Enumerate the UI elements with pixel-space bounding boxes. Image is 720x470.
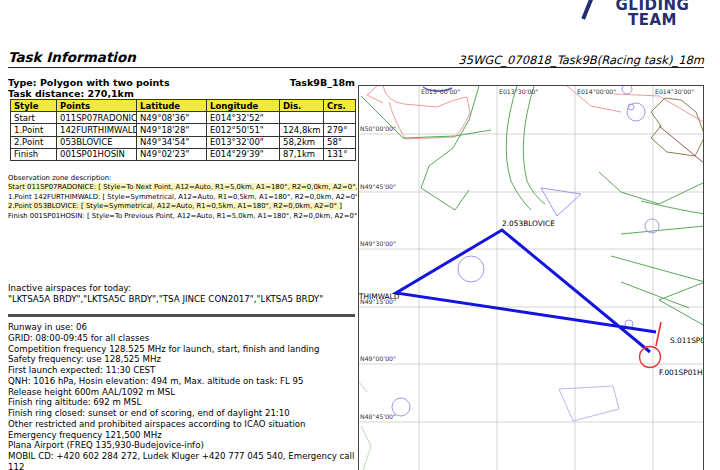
cell-crs: 58° <box>324 136 356 148</box>
briefing-qnh: QNH: 1016 hPa, Hosin elevation: 494 m, M… <box>8 376 357 387</box>
lat-label: N49°00'00" <box>360 355 396 362</box>
table-row: 1.Point 142FURTHIMWALD N49°18'28" E012°5… <box>11 124 356 136</box>
lon-label: E013°30'00" <box>499 88 538 95</box>
briefing-grid: GRID: 08:00-09:45 for all classes <box>8 333 357 344</box>
cell-lat: N49°34'54" <box>137 136 207 148</box>
briefing-other-airspaces: Other restricted and prohibited airspace… <box>8 419 357 430</box>
briefing-runway: Runway in use: 06 <box>8 322 357 333</box>
briefing-first-launch: First launch expected: 11:30 CEST <box>8 365 357 376</box>
cell-crs: 131° <box>324 148 356 160</box>
inactive-airspaces-title: Inactive airspaces for today: <box>8 283 355 294</box>
airspace-green-southeast-outline <box>611 226 704 326</box>
airspace-overlays <box>359 86 704 470</box>
table-row: Start 011SP07RADONICE N49°08'36" E014°32… <box>11 112 356 124</box>
obs-line-point1: 1.Point 142FURTHIMWALD: [ Style=Symmetri… <box>8 193 357 202</box>
cell-point: 142FURTHIMWALD <box>57 124 137 136</box>
obs-line-finish: Finish 001SP01HOSIN: [ Style=To Previous… <box>8 212 357 221</box>
task-map: E013°00'00" E013°30'00" E014°00'00" E014… <box>358 85 704 470</box>
waypoint-label-finish: F.001SP01HOS <box>659 368 704 377</box>
turnpoint-table: Style Points Latitude Longitude Dis. Crs… <box>10 99 356 161</box>
col-latitude: Latitude <box>137 100 207 112</box>
briefing-plana-airport: Plana Airport (FREQ 135,930-Budejovice-i… <box>8 440 357 451</box>
task-type-row: Type: Polygon with two points Task9B_18m <box>8 77 355 88</box>
obs-line-point2: 2.Point 053BLOVICE: [ Style=Symmetrical,… <box>8 202 357 211</box>
table-row: 2.Point 053BLOVICE N49°34'54" E013°32'00… <box>11 136 356 148</box>
col-crs: Crs. <box>324 100 356 112</box>
waypoint-label-furthimwald: THIMWALD <box>359 292 400 301</box>
airspace-green-center-outline <box>421 86 479 210</box>
airspace-green-band-outline <box>506 86 545 210</box>
cell-lat: N49°18'28" <box>137 124 207 136</box>
cell-point: 011SP07RADONICE <box>57 112 137 124</box>
logo-slash-icon <box>581 0 594 20</box>
task-type-label: Type: Polygon with two points <box>8 77 170 88</box>
airspace-violet-quad-outline <box>559 386 619 421</box>
lat-label: N48°45'00" <box>360 413 396 420</box>
airspace-brown-diagonal <box>659 126 704 164</box>
briefing-finish-ring-closed: Finish ring closed: sunset or end of sco… <box>8 408 357 419</box>
map-graticule <box>359 86 704 470</box>
cell-dis: 124,8km <box>280 124 324 136</box>
cell-lon: E013°32'00" <box>207 136 280 148</box>
lat-label: N50°00'00" <box>360 125 396 132</box>
task-name: Task9B_18m <box>290 77 355 88</box>
waypoint-label-blovice: 2.053BLOVICE <box>502 219 555 228</box>
col-points: Points <box>57 100 137 112</box>
cell-point: 001SP01HOSIN <box>57 148 137 160</box>
table-row: Finish 001SP01HOSIN N49°02'23" E014°29'3… <box>11 148 356 160</box>
col-style: Style <box>11 100 57 112</box>
task-sheet-page: GLIDING TEAM Task Information 35WGC_0708… <box>0 0 720 470</box>
logo-text-team: TEAM <box>600 11 705 29</box>
cell-style: Start <box>11 112 57 124</box>
briefing-safety-frequency: Safety frequency: use 128,525 MHz <box>8 354 357 365</box>
cell-crs <box>324 112 356 124</box>
cell-lon: E014°32'52" <box>207 112 280 124</box>
lat-label: N49°30'00" <box>360 240 396 247</box>
inactive-airspaces-list: "LKTSA5A BRDY","LKTSA5C BRDY","TSA JINCE… <box>8 294 355 305</box>
airspace-green-east-outline <box>599 172 704 214</box>
lon-label: E013°00'00" <box>421 88 460 95</box>
inactive-airspaces-section: Inactive airspaces for today: "LKTSA5A B… <box>8 283 355 304</box>
cell-lon: E014°29'39" <box>207 148 280 160</box>
table-header-row: Style Points Latitude Longitude Dis. Crs… <box>11 100 356 112</box>
section-divider <box>8 314 355 317</box>
cell-style: 2.Point <box>11 136 57 148</box>
document-title: 35WGC_070818_Task9B(Racing task)_18m <box>340 53 704 67</box>
lat-label: N49°45'00" <box>360 183 396 190</box>
obs-line-start: Start 011SP07RADONICE: [ Style=To Next P… <box>8 183 357 192</box>
gliding-team-logo: GLIDING TEAM <box>570 0 710 36</box>
cell-dis: 87,1km <box>280 148 324 160</box>
observation-zone-title: Observation zone description: <box>8 174 357 183</box>
task-legs <box>396 230 656 352</box>
airspace-green-pale-outline <box>359 382 371 470</box>
cell-lat: N49°02'23" <box>137 148 207 160</box>
lon-label: E014°00'00" <box>577 88 616 95</box>
briefing-mobil-cd: MOBIL CD: +420 602 284 272, Ludek Kluger… <box>8 451 357 462</box>
observation-zone-section: Observation zone description: Start 011S… <box>8 174 357 221</box>
cell-dis: 58,2km <box>280 136 324 148</box>
briefing-release-height: Release height 600m AAL/1092 m MSL <box>8 387 357 398</box>
page-title: Task Information <box>8 49 136 65</box>
task-distance-label: Task distance: 270,1km <box>8 88 134 99</box>
briefing-section: Runway in use: 06 GRID: 08:00-09:45 for … <box>8 322 357 470</box>
cell-style: Finish <box>11 148 57 160</box>
col-dis: Dis. <box>280 100 324 112</box>
cell-lon: E012°50'51" <box>207 124 280 136</box>
col-longitude: Longitude <box>207 100 280 112</box>
cell-crs: 279° <box>324 124 356 136</box>
waypoint-label-start: S.011SP07 <box>670 336 704 345</box>
cell-dis <box>280 112 324 124</box>
map-waypoint-labels: 2.053BLOVICE THIMWALD S.011SP07 F.001SP0… <box>359 219 704 377</box>
cell-lat: N49°08'36" <box>137 112 207 124</box>
briefing-emergency-frequency: Emergency frequency 121,500 MHz <box>8 430 357 441</box>
start-gate-line <box>656 322 661 346</box>
header-rule <box>8 67 704 68</box>
cell-point: 053BLOVICE <box>57 136 137 148</box>
lon-label: E014°30'00" <box>655 88 694 95</box>
briefing-emergency-number: 112 <box>8 462 357 470</box>
briefing-finish-ring-altitude: Finish ring altitude: 692 m MSL <box>8 397 357 408</box>
cell-style: 1.Point <box>11 124 57 136</box>
briefing-competition-frequency: Competition frequency 128.525 MHz for la… <box>8 344 357 355</box>
